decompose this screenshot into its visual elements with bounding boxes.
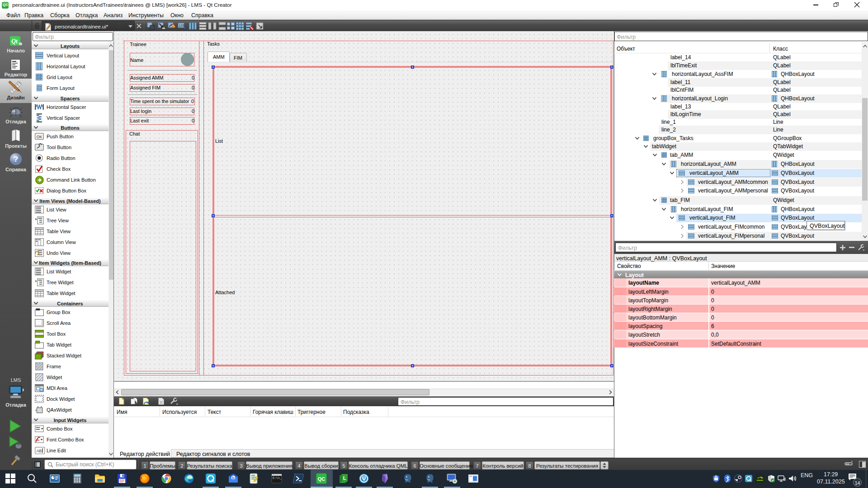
svg-text:QC: QC [318, 476, 326, 482]
svg-text:AB: AB [37, 449, 42, 453]
svg-text:Qt: Qt [11, 38, 18, 45]
svg-text:C:\>_: C:\>_ [273, 477, 282, 480]
svg-text:123: 123 [179, 24, 184, 27]
svg-text:b: b [232, 476, 235, 480]
svg-text:L: L [343, 475, 346, 481]
svg-text:?: ? [14, 155, 18, 164]
svg-text:OK: OK [37, 135, 42, 139]
